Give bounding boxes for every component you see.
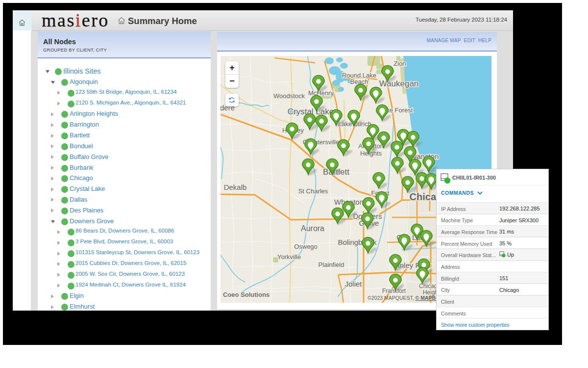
svg-text:©2023 MAPQUEST, © MAPBOX: ©2023 MAPQUEST, © MAPBOX — [368, 295, 443, 301]
svg-text:Coeo Solutions: Coeo Solutions — [223, 291, 270, 298]
svg-text:Zion: Zion — [393, 60, 406, 67]
svg-text:Waukegan: Waukegan — [379, 79, 419, 88]
svg-text:Woodstock: Woodstock — [273, 92, 305, 100]
svg-text:Oswego: Oswego — [294, 243, 318, 250]
svg-text:Dekalb: Dekalb — [224, 183, 247, 191]
svg-text:Yorkville: Yorkville — [277, 253, 301, 261]
svg-text:Aurora: Aurora — [301, 224, 324, 233]
svg-text:St Charles: St Charles — [298, 187, 328, 195]
svg-text:Joliet: Joliet — [344, 280, 362, 288]
svg-text:Frankfort: Frankfort — [382, 288, 406, 294]
svg-text:Plainfield: Plainfield — [318, 261, 344, 268]
